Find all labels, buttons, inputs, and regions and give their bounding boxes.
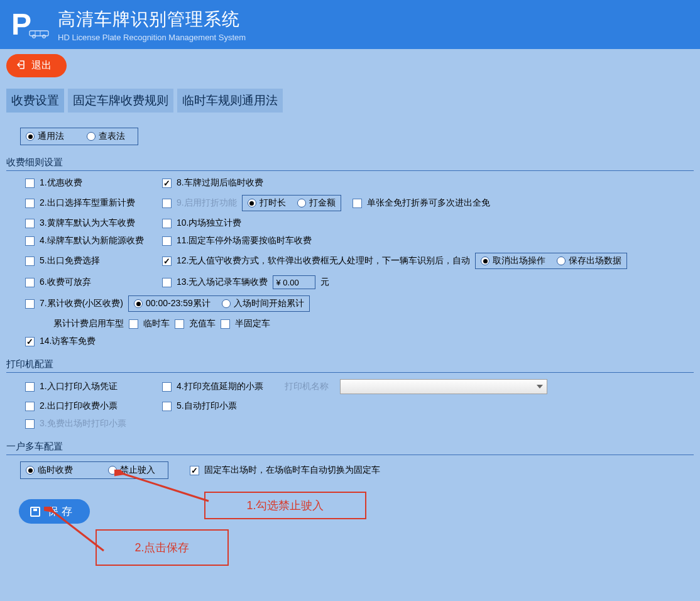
radio-discount-amount[interactable] <box>297 199 306 207</box>
discount-type-group: 打时长 打金额 <box>242 195 341 211</box>
cb-fee-2[interactable] <box>25 199 35 208</box>
label-discount-time: 打时长 <box>260 197 286 209</box>
label-no-entry: 禁止驶入 <box>120 465 155 476</box>
exit-button[interactable]: 退出 <box>6 54 67 77</box>
cb-auto-switch-fixed[interactable] <box>190 466 199 475</box>
label-fee-1: 1.优惠收费 <box>40 177 82 189</box>
radio-lookup-method[interactable] <box>87 132 96 141</box>
radio-cancel-exit[interactable] <box>481 256 489 265</box>
svg-point-2 <box>43 35 46 38</box>
exit-label: 退出 <box>31 59 52 72</box>
cb-fee-9-extra[interactable] <box>353 199 362 208</box>
cb-fee-8[interactable] <box>162 179 172 188</box>
label-fee-14: 14.访客车免费 <box>40 336 96 347</box>
cb-print-3[interactable] <box>25 419 35 429</box>
label-print-3: 3.免费出场时打印小票 <box>40 418 126 429</box>
radio-no-entry[interactable] <box>108 466 117 475</box>
save-icon <box>30 507 40 517</box>
label-accum-recharge: 充值车 <box>189 318 216 329</box>
label-fee-10: 10.内场独立计费 <box>177 218 241 229</box>
car-icon <box>29 28 50 40</box>
radio-lookup-label: 查表法 <box>99 131 125 142</box>
cb-print-1[interactable] <box>25 382 35 392</box>
label-accum-halffixed: 半固定车 <box>235 318 270 329</box>
tab-fee-settings[interactable]: 收费设置 <box>6 89 64 113</box>
cb-fee-3[interactable] <box>25 219 35 228</box>
select-printer[interactable] <box>340 379 547 394</box>
cb-fee-10[interactable] <box>162 219 172 228</box>
label-fee-8: 8.车牌过期后临时收费 <box>177 177 263 189</box>
cb-fee-1[interactable] <box>25 179 35 188</box>
cb-print-2[interactable] <box>25 402 35 411</box>
cb-accum-temp[interactable] <box>129 319 138 329</box>
svg-rect-0 <box>30 31 48 36</box>
cb-print-5[interactable] <box>162 402 172 411</box>
label-save-exit: 保存出场数据 <box>569 255 621 267</box>
accum-period-group: 00:00-23:59累计 入场时间开始累计 <box>128 295 310 312</box>
cb-fee-12[interactable] <box>162 256 172 266</box>
app-logo: P <box>11 9 50 40</box>
cb-accum-halffixed[interactable] <box>221 319 230 329</box>
cb-fee-13[interactable] <box>162 278 172 287</box>
label-fee-9-extra: 单张全免打折券可多次进出全免 <box>367 197 490 209</box>
input-no-entry-fee[interactable] <box>273 275 315 289</box>
logout-icon <box>16 60 26 72</box>
radio-save-exit[interactable] <box>557 256 566 265</box>
cb-fee-6[interactable] <box>25 278 35 287</box>
method-radio-group: 通用法 查表法 <box>20 128 138 145</box>
label-printer-name: 打印机名称 <box>285 381 329 392</box>
label-fee-9: 9.启用打折功能 <box>177 197 237 209</box>
cb-fee-7[interactable] <box>25 299 35 309</box>
label-accum-full: 00:00-23:59累计 <box>146 298 211 309</box>
section-title-fee: 收费细则设置 <box>6 157 694 168</box>
annotation-2: 2.点击保存 <box>96 529 229 566</box>
unattended-action-group: 取消出场操作 保存出场数据 <box>475 253 627 269</box>
cb-fee-5[interactable] <box>25 256 35 266</box>
content-panel: 退出 收费设置 固定车牌收费规则 临时车规则通用法 通用法 查表法 收费细则设置… <box>0 49 700 601</box>
radio-temp-fee[interactable] <box>26 466 35 475</box>
label-print-5: 5.自动打印小票 <box>177 400 237 412</box>
radio-discount-time[interactable] <box>248 199 256 207</box>
annotation-1: 1.勾选禁止驶入 <box>204 492 366 519</box>
app-title-en: HD License Plate Recognition Management … <box>58 33 246 42</box>
chevron-down-icon <box>537 385 543 389</box>
label-accum-entry: 入场时间开始累计 <box>234 298 304 309</box>
label-print-2: 2.出口打印收费小票 <box>40 400 118 412</box>
radio-general-method[interactable] <box>26 132 35 141</box>
radio-accum-entry[interactable] <box>222 299 231 308</box>
label-fee-5: 5.出口免费选择 <box>40 255 100 267</box>
app-header: P 高清车牌识别管理系统 HD License Plate Recognitio… <box>0 0 700 49</box>
label-fee-13: 13.无入场记录车辆收费 <box>177 277 268 288</box>
label-fee-6: 6.收费可放弃 <box>40 277 91 288</box>
label-print-1: 1.入口打印入场凭证 <box>40 381 118 392</box>
main-tabs: 收费设置 固定车牌收费规则 临时车规则通用法 <box>6 89 694 113</box>
label-cancel-exit: 取消出场操作 <box>493 255 545 267</box>
save-button[interactable]: 保 存 <box>19 499 90 524</box>
app-title-cn: 高清车牌识别管理系统 <box>58 8 246 31</box>
cb-fee-4[interactable] <box>25 236 35 246</box>
save-label: 保 存 <box>48 504 72 519</box>
label-fee-3: 3.黄牌车默认为大车收费 <box>40 218 135 229</box>
label-temp-fee: 临时收费 <box>38 465 73 476</box>
label-fee-11: 11.固定车停外场需要按临时车收费 <box>177 235 312 246</box>
label-fee-7: 7.累计收费(小区收费) <box>40 298 123 309</box>
tab-fixed-plate-rules[interactable]: 固定车牌收费规则 <box>68 89 173 113</box>
label-fee-2: 2.出口选择车型重新计费 <box>40 197 135 209</box>
radio-general-label: 通用法 <box>38 131 64 142</box>
label-fee-12: 12.无人值守收费方式，软件弹出收费框无人处理时，下一辆车识别后，自动 <box>177 255 470 267</box>
section-title-printer: 打印机配置 <box>6 358 694 370</box>
cb-fee-9[interactable] <box>162 199 172 208</box>
cb-accum-recharge[interactable] <box>175 319 184 329</box>
radio-accum-full[interactable] <box>134 299 143 308</box>
label-print-4: 4.打印充值延期的小票 <box>177 381 263 392</box>
tab-temp-rules[interactable]: 临时车规则通用法 <box>177 89 283 113</box>
cb-print-4[interactable] <box>162 382 172 392</box>
label-discount-amount: 打金额 <box>309 197 336 209</box>
section-title-multicar: 一户多车配置 <box>6 441 694 453</box>
label-auto-switch-fixed: 固定车出场时，在场临时车自动切换为固定车 <box>204 465 380 476</box>
cb-fee-14[interactable] <box>25 337 35 346</box>
label-yuan: 元 <box>320 277 329 288</box>
cb-fee-11[interactable] <box>162 236 172 246</box>
label-accum-types: 累计计费启用车型 <box>6 318 124 329</box>
label-fee-4: 4.绿牌车默认为新能源收费 <box>40 235 144 246</box>
